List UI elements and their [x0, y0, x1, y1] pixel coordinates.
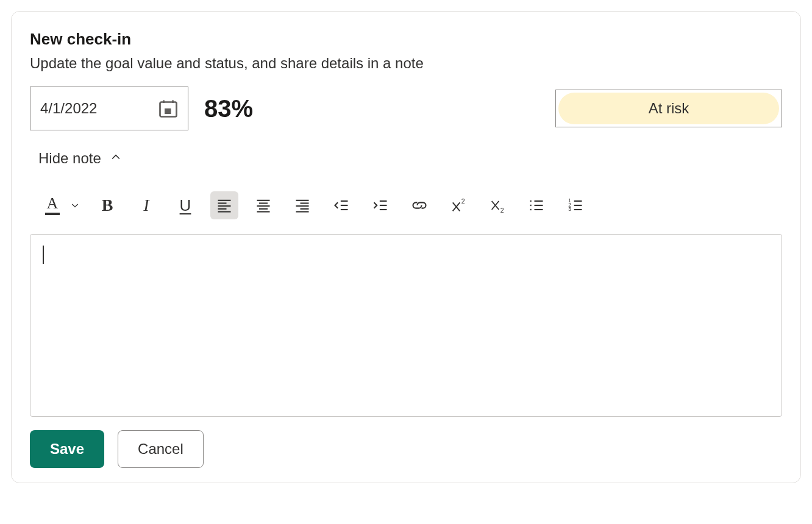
- align-center-button[interactable]: [249, 191, 277, 219]
- date-value: 4/1/2022: [40, 100, 97, 117]
- status-pill: At risk: [558, 93, 779, 124]
- footer-actions: Save Cancel: [30, 430, 782, 468]
- insert-link-button[interactable]: [405, 191, 433, 219]
- align-left-button[interactable]: [210, 191, 238, 219]
- increase-indent-button[interactable]: [366, 191, 394, 219]
- panel-subtitle: Update the goal value and status, and sh…: [30, 55, 782, 72]
- bold-button[interactable]: B: [93, 191, 121, 219]
- svg-text:2: 2: [461, 197, 465, 205]
- decrease-indent-button[interactable]: [327, 191, 355, 219]
- numbered-list-button[interactable]: 1 2 3: [561, 191, 589, 219]
- note-textarea[interactable]: [30, 234, 782, 417]
- svg-text:3: 3: [568, 207, 571, 212]
- status-label: At risk: [649, 100, 689, 117]
- subscript-button[interactable]: 2: [483, 191, 511, 219]
- calendar-icon[interactable]: [157, 97, 179, 119]
- panel-title: New check-in: [30, 30, 782, 49]
- italic-button[interactable]: I: [132, 191, 160, 219]
- status-select[interactable]: At risk: [555, 90, 782, 127]
- superscript-button[interactable]: 2: [444, 191, 472, 219]
- font-color-button[interactable]: A: [38, 191, 66, 219]
- hide-note-label: Hide note: [38, 150, 101, 167]
- goal-value: 83%: [204, 95, 253, 122]
- date-input[interactable]: 4/1/2022: [30, 87, 188, 130]
- chevron-up-icon: [110, 150, 122, 167]
- checkin-card: New check-in Update the goal value and s…: [11, 11, 801, 483]
- font-color-dropdown[interactable]: [68, 191, 82, 219]
- value-row: 4/1/2022 83% At risk: [30, 87, 782, 130]
- underline-button[interactable]: U: [171, 191, 199, 219]
- svg-text:2: 2: [500, 207, 504, 214]
- svg-rect-1: [165, 108, 171, 114]
- cancel-button[interactable]: Cancel: [118, 430, 204, 468]
- text-cursor: [43, 246, 44, 264]
- format-toolbar: A B I U: [38, 191, 782, 219]
- bulleted-list-button[interactable]: [522, 191, 550, 219]
- align-right-button[interactable]: [288, 191, 316, 219]
- save-button[interactable]: Save: [30, 430, 104, 468]
- hide-note-toggle[interactable]: Hide note: [38, 150, 122, 167]
